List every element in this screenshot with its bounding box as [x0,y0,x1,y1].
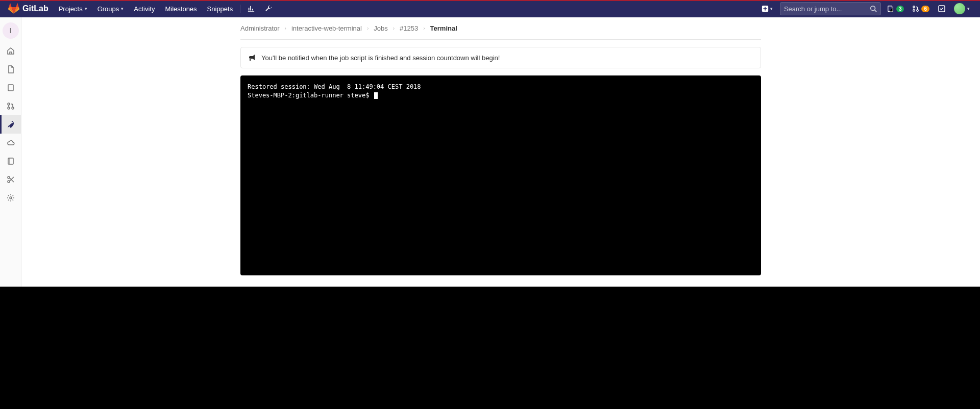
scissors-icon [7,175,15,184]
terminal-line: Restored session: Wed Aug 8 11:49:04 CES… [248,83,421,90]
merge-request-icon [912,5,919,12]
chevron-right-icon: › [367,25,369,31]
breadcrumb: Administrator › interactive-web-terminal… [240,24,761,40]
book-icon [7,157,15,165]
todos[interactable] [936,5,948,13]
mrs-badge[interactable]: 6 [910,5,932,12]
gear-icon [7,194,15,202]
bc-jobid[interactable]: #1253 [400,24,418,32]
svg-point-13 [8,181,10,183]
svg-point-1 [871,6,875,11]
search-icon [870,5,877,12]
chevron-down-icon: ▾ [121,6,124,11]
search-box[interactable] [780,2,881,15]
brand-text: GitLab [22,4,48,13]
issues-badge[interactable]: 3 [885,5,906,12]
bc-current: Terminal [430,24,457,32]
svg-point-4 [913,10,915,12]
notice-banner: You'll be notified when the job script i… [240,47,761,68]
sidebar-snippets[interactable] [0,170,21,189]
svg-point-10 [12,107,14,109]
user-menu[interactable]: ▾ [952,3,972,14]
merge-request-icon [7,102,15,110]
bc-project[interactable]: interactive-web-terminal [291,24,362,32]
sidebar-settings[interactable] [0,189,21,207]
issues-icon [887,5,894,12]
svg-point-3 [913,6,915,8]
terminal-prompt: Steves-MBP-2:gitlab-runner steve$ [248,92,373,99]
svg-point-12 [8,176,10,178]
project-sidebar: I [0,17,21,287]
bullhorn-icon [248,54,256,62]
notice-text: You'll be notified when the job script i… [261,54,500,62]
tanuki-icon [8,3,19,14]
svg-rect-11 [8,158,13,164]
svg-point-9 [8,107,10,109]
chevron-down-icon: ▾ [85,6,87,11]
project-avatar[interactable]: I [3,22,19,39]
search-input[interactable] [784,5,870,13]
nav-separator [240,5,240,13]
top-nav: GitLab Projects▾ Groups▾ Activity Milest… [0,0,980,17]
chevron-down-icon: ▾ [770,6,773,11]
main-content: Administrator › interactive-web-terminal… [21,17,980,287]
terminal-cursor [374,92,378,99]
bc-admin[interactable]: Administrator [240,24,280,32]
sidebar-issues[interactable] [0,79,21,97]
doc-icon [7,65,15,73]
nav-snippets[interactable]: Snippets [202,0,238,17]
mrs-count: 6 [921,6,929,12]
chevron-right-icon: › [393,25,395,31]
wrench-icon [265,5,272,12]
sidebar-repository[interactable] [0,60,21,79]
sidebar-wiki[interactable] [0,152,21,170]
chevron-right-icon: › [423,25,425,31]
svg-point-8 [8,103,10,105]
issues-icon [7,84,15,92]
chart-icon [248,5,255,12]
sidebar-project[interactable] [0,42,21,60]
rocket-icon [7,120,15,129]
svg-rect-7 [8,85,13,91]
nav-projects[interactable]: Projects▾ [54,0,92,17]
plus-square-icon [762,5,769,12]
avatar [954,3,965,14]
todos-icon [938,5,946,13]
sidebar-cicd[interactable] [0,115,21,134]
svg-point-5 [917,10,919,12]
svg-point-14 [10,197,12,199]
home-icon [7,47,15,55]
chevron-down-icon: ▾ [967,6,970,11]
nav-milestones[interactable]: Milestones [160,0,202,17]
nav-groups[interactable]: Groups▾ [92,0,129,17]
new-dropdown[interactable]: ▾ [758,5,776,12]
issues-count: 3 [896,6,904,12]
gitlab-logo[interactable]: GitLab [8,3,48,14]
chevron-right-icon: › [285,25,286,31]
sidebar-operations[interactable] [0,134,21,152]
bc-jobs[interactable]: Jobs [374,24,387,32]
nav-activity[interactable]: Activity [129,0,160,17]
nav-admin[interactable] [260,0,277,17]
nav-metrics[interactable] [242,0,260,17]
terminal[interactable]: Restored session: Wed Aug 8 11:49:04 CES… [240,75,761,275]
cloud-icon [7,139,15,147]
sidebar-merge-requests[interactable] [0,97,21,115]
